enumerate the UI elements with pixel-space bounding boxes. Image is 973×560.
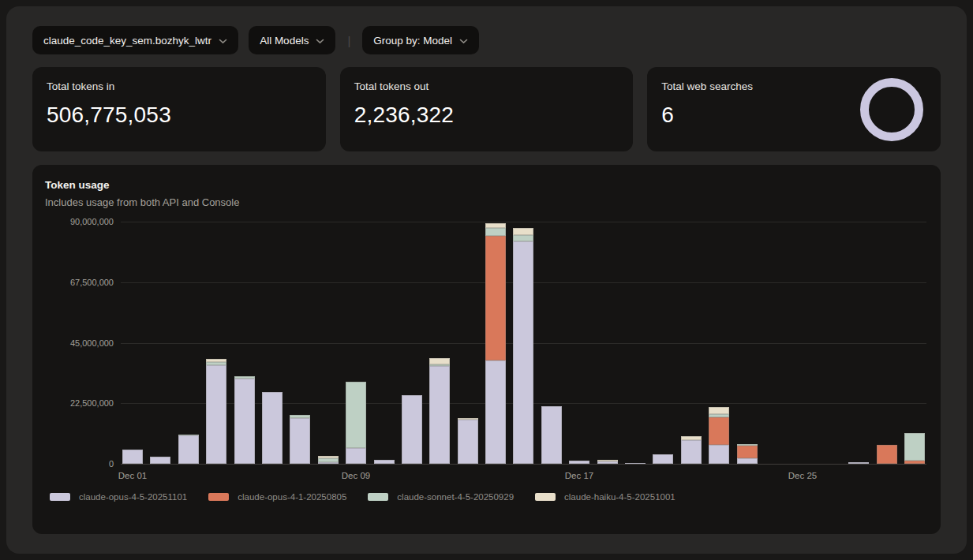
legend-swatch-icon <box>535 493 556 501</box>
bar-dec-03[interactable] <box>178 435 199 464</box>
bar-segment-claude-opus-4-5-20251101[interactable] <box>150 457 170 464</box>
model-filter-label: All Models <box>260 35 309 47</box>
legend-label: claude-haiku-4-5-20251001 <box>564 492 675 502</box>
stat-label: Total tokens out <box>354 80 619 92</box>
bar-segment-claude-opus-4-5-20251101[interactable] <box>458 420 478 464</box>
x-axis-tick-label: Dec 25 <box>788 471 817 480</box>
bar-segment-claude-opus-4-1-20250805[interactable] <box>737 446 758 458</box>
legend-item-claude-opus-4-1-20250805[interactable]: claude-opus-4-1-20250805 <box>208 492 346 502</box>
bar-segment-claude-opus-4-1-20250805[interactable] <box>485 236 506 360</box>
legend-item-claude-haiku-4-5-20251001[interactable]: claude-haiku-4-5-20251001 <box>535 492 675 502</box>
bar-segment-claude-opus-4-5-20251101[interactable] <box>178 435 199 464</box>
legend-item-claude-opus-4-5-20251101[interactable]: claude-opus-4-5-20251101 <box>50 492 187 502</box>
bar-dec-16[interactable] <box>541 406 562 464</box>
chart-legend: claude-opus-4-5-20251101claude-opus-4-1-… <box>50 492 926 502</box>
y-axis-tick-label: 0 <box>109 459 114 469</box>
bar-segment-claude-haiku-4-5-20251001[interactable] <box>709 407 729 414</box>
bar-segment-claude-opus-4-5-20251101[interactable] <box>737 458 758 464</box>
stat-card-total-tokens-out: Total tokens out 2,236,322 <box>340 67 634 151</box>
stat-value: 2,236,322 <box>354 103 619 128</box>
token-usage-chart-card: Token usage Includes usage from both API… <box>32 165 941 534</box>
chevron-down-icon <box>219 35 227 47</box>
stat-label: Total tokens in <box>47 80 312 92</box>
bar-segment-claude-sonnet-4-5-20250929[interactable] <box>904 433 925 461</box>
bar-dec-28[interactable] <box>877 445 897 464</box>
bar-dec-22[interactable] <box>709 407 729 464</box>
bar-dec-15[interactable] <box>513 228 533 464</box>
legend-label: claude-opus-4-5-20251101 <box>79 492 187 502</box>
plot-wrap: 90,000,00067,500,00045,000,00022,500,000… <box>45 222 926 464</box>
bar-segment-claude-sonnet-4-5-20250929[interactable] <box>485 228 506 236</box>
bar-segment-claude-sonnet-4-5-20250929[interactable] <box>513 235 533 241</box>
legend-swatch-icon <box>50 493 70 501</box>
x-axis-tick-label: Dec 09 <box>342 471 370 480</box>
stats-row: Total tokens in 506,775,053 Total tokens… <box>32 67 941 151</box>
legend-label: claude-opus-4-1-20250805 <box>238 492 346 502</box>
y-axis: 90,000,00067,500,00045,000,00022,500,000… <box>45 222 121 464</box>
legend-label: claude-sonnet-4-5-20250929 <box>397 492 514 502</box>
chart-title: Token usage <box>45 179 926 191</box>
bar-segment-claude-opus-4-5-20251101[interactable] <box>206 365 226 464</box>
chart-subtitle: Includes usage from both API and Console <box>45 196 926 208</box>
bar-segment-claude-opus-4-5-20251101[interactable] <box>541 406 562 464</box>
y-axis-tick-label: 45,000,000 <box>70 338 114 348</box>
legend-swatch-icon <box>368 493 388 501</box>
api-key-dropdown[interactable]: claude_code_key_sem.bozhyk_lwtr <box>32 26 238 54</box>
bar-dec-07[interactable] <box>290 415 310 464</box>
dashboard-panel: claude_code_key_sem.bozhyk_lwtr All Mode… <box>6 6 967 554</box>
bar-dec-09[interactable] <box>346 382 366 464</box>
bar-segment-claude-opus-4-5-20251101[interactable] <box>653 454 673 464</box>
bar-segment-claude-sonnet-4-5-20250929[interactable] <box>346 382 366 448</box>
bar-segment-claude-opus-4-5-20251101[interactable] <box>346 448 366 464</box>
bar-segment-claude-opus-4-1-20250805[interactable] <box>877 445 897 464</box>
plot-area <box>121 222 926 464</box>
bar-dec-05[interactable] <box>234 376 255 464</box>
bar-dec-14[interactable] <box>485 223 506 464</box>
bar-dec-12[interactable] <box>429 358 450 464</box>
bar-dec-20[interactable] <box>653 454 673 464</box>
bar-dec-13[interactable] <box>458 418 478 464</box>
bar-dec-06[interactable] <box>262 392 283 464</box>
bar-segment-claude-opus-4-5-20251101[interactable] <box>429 366 450 464</box>
bar-dec-11[interactable] <box>402 395 422 464</box>
bar-segment-claude-opus-4-5-20251101[interactable] <box>234 379 255 464</box>
bar-segment-claude-opus-4-5-20251101[interactable] <box>485 360 506 464</box>
bar-dec-04[interactable] <box>206 359 226 464</box>
bar-segment-claude-opus-4-5-20251101[interactable] <box>402 395 422 464</box>
y-axis-tick-label: 90,000,000 <box>70 217 114 226</box>
api-key-dropdown-label: claude_code_key_sem.bozhyk_lwtr <box>43 35 211 47</box>
bar-segment-claude-opus-4-1-20250805[interactable] <box>709 417 729 445</box>
x-axis-tick-label: Dec 01 <box>118 471 147 480</box>
stat-card-total-tokens-in: Total tokens in 506,775,053 <box>32 67 326 151</box>
bar-segment-claude-opus-4-5-20251101[interactable] <box>513 241 533 464</box>
bar-segment-claude-opus-4-5-20251101[interactable] <box>681 440 702 464</box>
chevron-down-icon <box>316 35 324 47</box>
bar-segment-claude-opus-4-5-20251101[interactable] <box>262 392 283 464</box>
bar-segment-claude-haiku-4-5-20251001[interactable] <box>513 228 533 235</box>
bar-segment-claude-opus-4-5-20251101[interactable] <box>709 445 729 464</box>
bar-segment-claude-haiku-4-5-20251001[interactable] <box>429 358 450 364</box>
bar-dec-02[interactable] <box>150 457 170 464</box>
bar-dec-01[interactable] <box>122 450 143 464</box>
chevron-down-icon <box>459 35 468 47</box>
group-by-label: Group by: Model <box>373 35 452 47</box>
model-filter-dropdown[interactable]: All Models <box>249 26 335 54</box>
donut-ring-icon <box>860 78 923 141</box>
bar-dec-23[interactable] <box>737 444 758 464</box>
bar-dec-29[interactable] <box>904 433 925 464</box>
legend-item-claude-sonnet-4-5-20250929[interactable]: claude-sonnet-4-5-20250929 <box>368 492 514 502</box>
x-axis: Dec 01Dec 09Dec 17Dec 25 <box>121 464 926 481</box>
y-axis-tick-label: 22,500,000 <box>70 398 114 408</box>
toolbar-divider: | <box>346 34 352 47</box>
bar-segment-claude-opus-4-5-20251101[interactable] <box>290 418 310 464</box>
group-by-dropdown[interactable]: Group by: Model <box>362 26 479 54</box>
x-axis-tick-label: Dec 17 <box>565 471 593 480</box>
y-axis-tick-label: 67,500,000 <box>70 278 114 287</box>
stat-value: 506,775,053 <box>47 103 312 128</box>
bar-dec-21[interactable] <box>681 436 702 464</box>
toolbar: claude_code_key_sem.bozhyk_lwtr All Mode… <box>6 6 967 54</box>
bar-segment-claude-opus-4-5-20251101[interactable] <box>122 450 143 464</box>
bar-dec-08[interactable] <box>318 456 339 464</box>
stat-card-total-web-searches: Total web searches 6 <box>647 67 941 151</box>
legend-swatch-icon <box>208 493 229 501</box>
